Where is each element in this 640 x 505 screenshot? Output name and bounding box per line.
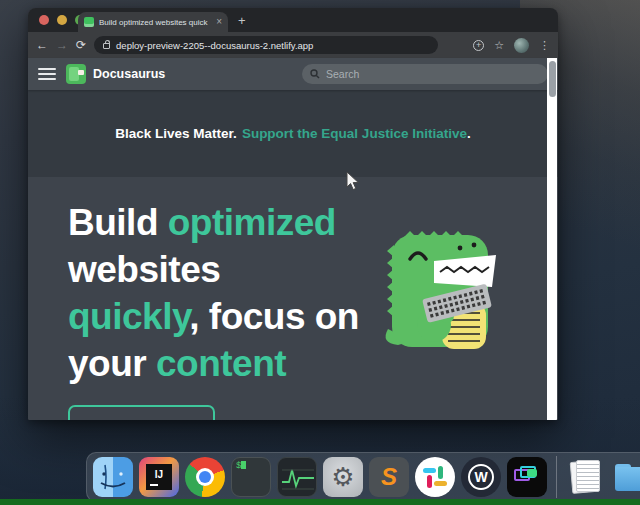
forward-button[interactable]: →	[56, 39, 68, 51]
dock-screen-capture-icon[interactable]	[507, 457, 547, 497]
announcement-bar: Black Lives Matter. Support the Equal Ju…	[28, 90, 558, 177]
hero-section: Build optimizedwebsitesquickly, focus on…	[28, 177, 558, 420]
profile-avatar[interactable]	[514, 38, 529, 53]
dock-slack-icon[interactable]	[415, 457, 455, 497]
dock-workplace-chat-icon[interactable]: W	[461, 457, 501, 497]
search-box[interactable]	[302, 64, 548, 84]
dock-downloads-folder-icon[interactable]	[612, 457, 640, 497]
desktop: Build optimized websites quick × + ← → ⟳…	[0, 0, 640, 505]
new-tab-button[interactable]: +	[238, 14, 246, 27]
dock-separator	[556, 456, 557, 498]
docusaurus-logo-icon[interactable]	[66, 64, 86, 84]
bookmark-star-icon[interactable]: ☆	[494, 39, 504, 52]
gear-icon: ⚙	[331, 462, 354, 493]
site-navbar: Docusaurus	[28, 58, 558, 90]
dock-chrome-icon[interactable]	[185, 457, 225, 497]
page-content: Docusaurus Black Lives Matter. Support t…	[28, 58, 558, 420]
reload-button[interactable]: ⟳	[76, 39, 86, 51]
hero-heading: Build optimizedwebsitesquickly, focus on…	[68, 199, 388, 387]
browser-toolbar: ← → ⟳ deploy-preview-2205--docusaurus-2.…	[28, 32, 558, 58]
announcement-text: Black Lives Matter.	[115, 126, 237, 141]
docusaurus-mascot-illustration	[368, 221, 508, 361]
browser-menu-icon[interactable]: ⋮	[539, 40, 550, 51]
page-scrollbar-track	[547, 58, 557, 420]
tab-title: Build optimized websites quick	[99, 18, 211, 27]
dock-system-preferences-icon[interactable]: ⚙	[323, 457, 363, 497]
search-input[interactable]	[326, 68, 540, 80]
search-icon	[310, 69, 320, 79]
lock-icon	[103, 43, 110, 49]
tab-strip: Build optimized websites quick × +	[28, 8, 558, 32]
hamburger-menu-icon[interactable]	[38, 68, 56, 80]
back-button[interactable]: ←	[36, 39, 48, 51]
extension-icon[interactable]: +	[473, 40, 484, 51]
close-window-button[interactable]	[39, 15, 49, 25]
page-scrollbar-thumb[interactable]	[549, 61, 556, 97]
docusaurus-favicon-icon	[84, 17, 94, 27]
browser-tab[interactable]: Build optimized websites quick ×	[78, 12, 228, 32]
dock-documents-stack-icon[interactable]	[566, 457, 606, 497]
dock-intellij-idea-icon[interactable]: IJ	[139, 457, 179, 497]
dock: IJ $ ⚙ S W	[86, 452, 640, 502]
mouse-cursor	[346, 171, 361, 191]
dock-terminal-icon[interactable]: $	[231, 457, 271, 497]
url-text: deploy-preview-2205--docusaurus-2.netlif…	[116, 40, 313, 51]
address-bar[interactable]: deploy-preview-2205--docusaurus-2.netlif…	[94, 36, 438, 54]
tab-close-icon[interactable]: ×	[216, 17, 222, 27]
dock-activity-monitor-icon[interactable]	[277, 457, 317, 497]
site-brand[interactable]: Docusaurus	[93, 67, 165, 81]
announcement-link[interactable]: Support the Equal Justice Initiative	[242, 126, 467, 141]
dock-sublime-text-icon[interactable]: S	[369, 457, 409, 497]
toolbar-actions: + ☆ ⋮	[473, 38, 550, 53]
bottom-green-bar	[0, 499, 640, 505]
get-started-button[interactable]	[68, 405, 215, 420]
minimize-window-button[interactable]	[57, 15, 67, 25]
announcement-period: .	[467, 126, 471, 141]
browser-window: Build optimized websites quick × + ← → ⟳…	[28, 8, 558, 420]
dock-finder-icon[interactable]	[93, 457, 133, 497]
